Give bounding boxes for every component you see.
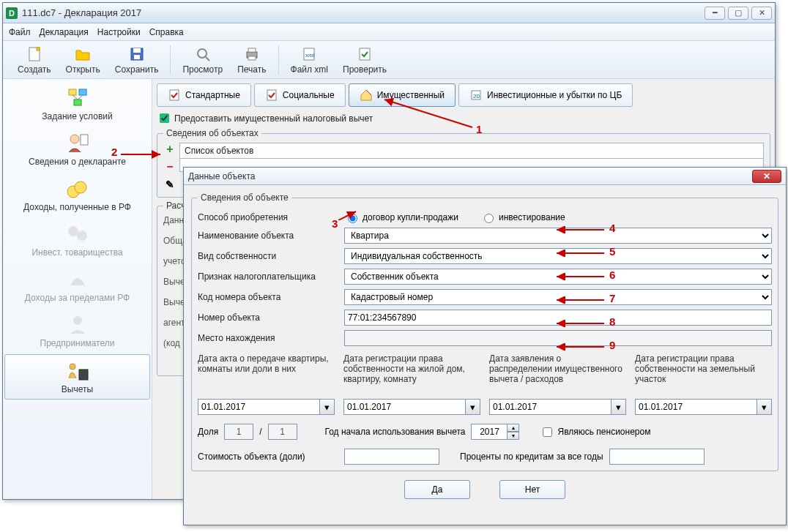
dialog-cancel-button[interactable]: Нет: [499, 480, 565, 499]
dialog-title: Данные объекта: [188, 171, 752, 181]
object-number-label: Номер объекта: [198, 312, 338, 323]
svg-line-17: [78, 95, 83, 100]
sidebar-deductions-label: Вычеты: [62, 384, 93, 394]
tool-save[interactable]: Сохранить: [108, 44, 166, 76]
svg-rect-9: [248, 56, 256, 60]
sidebar-item-income-foreign[interactable]: Доходы за пределами РФ: [4, 263, 150, 307]
location-label: Место нахождения: [198, 333, 338, 343]
provide-deduction-label: Предоставить имущественный налоговый выч…: [174, 113, 373, 124]
date2-dropdown[interactable]: ▾: [466, 399, 480, 415]
menu-file[interactable]: Файл: [9, 27, 31, 37]
tool-check[interactable]: Проверить: [335, 44, 394, 76]
year-down[interactable]: ▼: [508, 432, 519, 440]
year-input[interactable]: [471, 424, 508, 440]
main-titlebar[interactable]: D 111.dc7 - Декларация 2017 ━ ▢ ✕: [3, 3, 775, 23]
interest-input[interactable]: [609, 449, 705, 465]
provide-deduction-row: Предоставить имущественный налоговый выч…: [157, 111, 770, 125]
svg-rect-3: [133, 48, 141, 53]
date1-input[interactable]: [198, 399, 320, 415]
pensioner-row[interactable]: Являюсь пенсионером: [540, 425, 650, 439]
tool-new[interactable]: Создать: [10, 44, 59, 76]
date2-input[interactable]: [343, 399, 466, 415]
date4-dropdown[interactable]: ▾: [757, 399, 772, 415]
sidebar-item-deductions[interactable]: Вычеты: [4, 354, 150, 400]
menu-help[interactable]: Справка: [149, 27, 184, 37]
new-icon: [26, 45, 43, 63]
print-icon: [243, 45, 261, 63]
tool-print[interactable]: Печать: [230, 44, 273, 76]
window-controls: ━ ▢ ✕: [705, 7, 772, 20]
object-number-input[interactable]: [344, 310, 772, 326]
code-type-select[interactable]: Кадастровый номер: [344, 289, 772, 305]
maximize-button[interactable]: ▢: [728, 7, 748, 20]
tool-check-label: Проверить: [343, 64, 387, 75]
sidebar-item-invest[interactable]: Инвест. товарищества: [4, 218, 150, 262]
tool-preview-label: Просмотр: [182, 64, 223, 75]
sidebar-item-conditions[interactable]: Задание условий: [4, 82, 150, 126]
tab-investments-label: Инвестиционные и убытки по ЦБ: [487, 90, 622, 100]
dialog-titlebar[interactable]: Данные объекта ✕: [184, 168, 786, 185]
svg-rect-1: [37, 48, 40, 50]
tab-investments[interactable]: 20 Инвестиционные и убытки по ЦБ: [458, 83, 633, 107]
acq-invest-input[interactable]: [484, 214, 494, 223]
ownership-select[interactable]: Индивидуальная собственность: [344, 248, 772, 264]
dialog-close-button[interactable]: ✕: [752, 170, 781, 183]
svg-point-18: [70, 135, 79, 143]
provide-deduction-checkbox[interactable]: [160, 113, 169, 123]
sidebar-item-entrepreneurs[interactable]: Предприниматели: [4, 309, 150, 353]
svg-rect-28: [267, 90, 276, 100]
tab-property[interactable]: Имущественный: [349, 83, 456, 107]
save-icon: [128, 45, 146, 63]
date3-dropdown[interactable]: ▾: [612, 399, 626, 415]
minimize-button[interactable]: ━: [705, 7, 725, 20]
date3-input[interactable]: [489, 399, 612, 415]
close-button[interactable]: ✕: [751, 7, 772, 20]
income-foreign-icon: [64, 268, 91, 291]
menu-declaration[interactable]: Декларация: [40, 27, 89, 37]
pensioner-checkbox[interactable]: [543, 427, 552, 437]
date1-dropdown[interactable]: ▾: [320, 399, 335, 415]
share-den-input: [268, 424, 297, 440]
social-tab-icon: [265, 89, 278, 102]
tool-open[interactable]: Открыть: [59, 44, 108, 76]
svg-rect-25: [79, 370, 88, 380]
dialog-ok-button[interactable]: Да: [404, 480, 470, 499]
sidebar-item-income-rf[interactable]: Доходы, полученные в РФ: [4, 173, 150, 217]
interest-label: Проценты по кредитам за все годы: [460, 452, 603, 462]
acq-invest-radio[interactable]: инвестирование: [480, 211, 565, 223]
sidebar-item-declarant[interactable]: Сведения о декларанте: [4, 127, 150, 171]
taxpayer-select[interactable]: Собственник объекта: [344, 269, 772, 285]
tab-standard[interactable]: Стандартные: [157, 83, 251, 107]
date4-label: Дата регистрации права собственности на …: [635, 353, 772, 394]
svg-point-22: [68, 226, 78, 236]
add-object-button[interactable]: +: [163, 143, 176, 156]
object-name-select[interactable]: Квартира: [344, 228, 772, 244]
date4-input[interactable]: [635, 399, 757, 415]
edit-object-button[interactable]: ✎: [163, 178, 176, 191]
share-label: Доля: [198, 427, 218, 437]
menu-settings[interactable]: Настройки: [97, 27, 141, 37]
tab-social[interactable]: Социальные: [254, 83, 346, 107]
year-up[interactable]: ▲: [508, 424, 519, 432]
tab-strip: Стандартные Социальные Имущественный 20 …: [157, 83, 770, 107]
remove-object-button[interactable]: −: [163, 160, 176, 173]
acq-purchase-radio[interactable]: договор купли-продажи: [344, 211, 458, 223]
year-spinner[interactable]: ▲▼: [471, 424, 519, 440]
object-info-legend: Сведения об объекте: [198, 192, 291, 203]
cost-label: Стоимость объекта (доли): [198, 452, 338, 462]
tool-preview[interactable]: Просмотр: [175, 44, 230, 76]
xml-icon: xml: [300, 45, 318, 63]
date1-label: Дата акта о передаче квартиры, комнаты и…: [198, 353, 335, 394]
deductions-icon: [64, 359, 91, 383]
share-num-input: [224, 424, 253, 440]
objects-list-header[interactable]: Список объектов: [179, 143, 764, 159]
svg-point-21: [75, 181, 86, 193]
tab-social-label: Социальные: [283, 90, 335, 100]
share-slash: /: [259, 427, 261, 437]
date3-label: Дата заявления о распределении имуществе…: [489, 353, 626, 394]
acq-purchase-input[interactable]: [348, 214, 357, 223]
preview-icon: [194, 45, 212, 63]
tool-xml[interactable]: xml Файл xml: [283, 44, 336, 76]
cost-input[interactable]: [344, 449, 439, 465]
sidebar-income-foreign-label: Доходы за пределами РФ: [25, 293, 130, 303]
